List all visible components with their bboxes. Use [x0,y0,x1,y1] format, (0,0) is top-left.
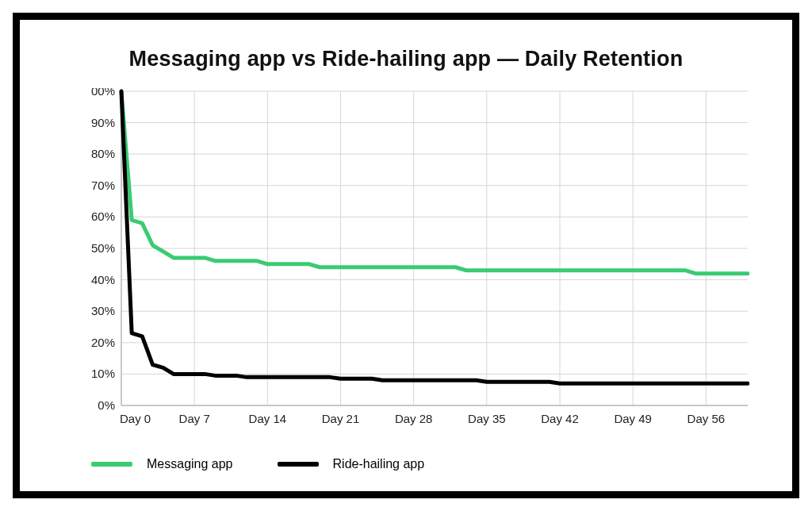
chart-title: Messaging app vs Ride-hailing app — Dail… [20,47,792,71]
chart-frame: Messaging app vs Ride-hailing app — Dail… [13,13,799,498]
chart-legend: Messaging app Ride-hailing app [91,453,424,475]
svg-text:100%: 100% [91,88,115,98]
svg-text:Day 28: Day 28 [395,412,433,425]
svg-text:40%: 40% [91,273,115,286]
legend-item-messaging: Messaging app [91,457,233,471]
legend-item-ridehailing: Ride-hailing app [278,457,425,471]
svg-text:Day 14: Day 14 [249,412,287,425]
svg-text:Day 35: Day 35 [468,412,506,425]
legend-swatch-ridehailing [278,462,319,467]
svg-text:Day 42: Day 42 [541,412,579,425]
svg-text:Day 0: Day 0 [120,412,151,425]
legend-swatch-messaging [91,462,132,467]
svg-text:10%: 10% [91,367,115,380]
svg-text:30%: 30% [91,304,115,317]
svg-text:50%: 50% [91,241,115,255]
chart-svg: 0%10%20%30%40%50%60%70%80%90%100%Day 0Da… [91,88,749,429]
svg-text:70%: 70% [91,179,115,192]
legend-label-messaging: Messaging app [147,457,233,471]
chart-plot-area: 0%10%20%30%40%50%60%70%80%90%100%Day 0Da… [91,88,749,405]
svg-text:Day 7: Day 7 [179,412,210,425]
svg-text:Day 56: Day 56 [688,412,726,425]
svg-text:0%: 0% [98,398,115,412]
svg-text:20%: 20% [91,336,115,349]
svg-text:80%: 80% [91,147,115,160]
svg-text:Day 21: Day 21 [322,412,360,425]
svg-text:Day 49: Day 49 [614,412,652,425]
svg-text:90%: 90% [91,116,115,129]
legend-label-ridehailing: Ride-hailing app [333,457,425,471]
svg-text:60%: 60% [91,209,115,223]
